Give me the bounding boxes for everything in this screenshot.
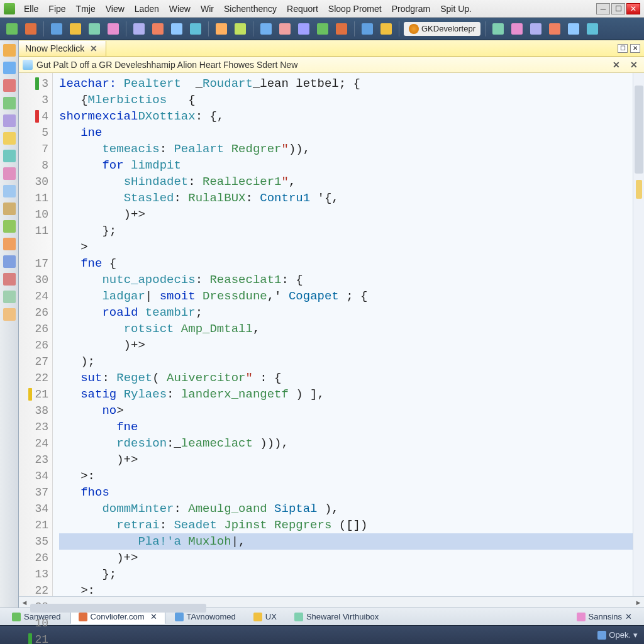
toolbar-button-3[interactable] — [67, 21, 84, 37]
sidebar-icon-9[interactable] — [3, 203, 16, 215]
code-line[interactable]: > — [59, 239, 633, 255]
menu-fipe[interactable]: Fipe — [43, 1, 70, 16]
toolbar-button-14[interactable] — [296, 21, 312, 37]
sidebar-icon-8[interactable] — [3, 185, 16, 197]
code-text[interactable]: leachar: Pealtert _Roudart_lean letbel; … — [53, 73, 633, 596]
code-line[interactable]: satig Rylaes: landerx_nangetf ) ], — [59, 386, 633, 402]
toolbar-button-6[interactable] — [131, 21, 147, 37]
toolbar-button-17[interactable] — [359, 21, 375, 37]
tab-restore-button[interactable]: ☐ — [618, 44, 628, 53]
gutter-line[interactable] — [19, 239, 48, 255]
menu-requort[interactable]: Requort — [282, 1, 323, 16]
sidebar-icon-7[interactable] — [3, 167, 16, 180]
code-line[interactable]: leachar: Pealtert _Roudart_lean letbel; … — [59, 75, 633, 92]
scroll-right-icon[interactable]: ► — [633, 597, 644, 608]
toolbar-button-10[interactable] — [213, 21, 230, 37]
sidebar-icon-1[interactable] — [3, 62, 16, 74]
gutter-line[interactable]: 10 — [19, 615, 48, 631]
code-line[interactable]: )+> — [59, 337, 633, 353]
toolbar-button-23[interactable] — [565, 21, 582, 37]
gutter-line[interactable]: 24 — [19, 288, 48, 304]
gutter-line[interactable]: 7 — [19, 141, 48, 157]
code-line[interactable]: rotsict Amp_Dmtall, — [59, 321, 633, 337]
code-line[interactable]: {Mlerbictios { — [59, 92, 633, 108]
gutter-line[interactable]: 11 — [19, 190, 48, 206]
gutter-line[interactable]: 26 — [19, 304, 48, 321]
sidebar-icon-13[interactable] — [3, 273, 16, 286]
gutter-line[interactable]: 10 — [19, 206, 48, 223]
menu-view[interactable]: View — [101, 1, 130, 16]
code-line[interactable]: fne — [59, 419, 633, 435]
gutter-line[interactable]: 34 — [19, 468, 48, 484]
gutter-line[interactable]: 35 — [19, 533, 48, 550]
sidebar-icon-15[interactable] — [3, 308, 16, 321]
gutter-line[interactable]: 34 — [19, 501, 48, 517]
gutter-line[interactable]: 5 — [19, 125, 48, 141]
tab-close-icon[interactable]: ✕ — [150, 612, 157, 621]
toolbar-button-12[interactable] — [258, 21, 274, 37]
gutter-line[interactable]: 24 — [19, 435, 48, 452]
sidebar-icon-10[interactable] — [3, 220, 16, 233]
minimize-button[interactable]: ─ — [596, 3, 610, 14]
toolbar-button-4[interactable] — [86, 21, 103, 37]
code-line[interactable]: nutc_apodecis: Reaseclat1: { — [59, 272, 633, 288]
toolbar-button-22[interactable] — [547, 21, 563, 37]
code-line[interactable]: roald teambir; — [59, 304, 633, 321]
code-line[interactable]: >: — [59, 582, 633, 596]
gutter-line[interactable]: 38 — [19, 402, 48, 419]
gutter-line[interactable]: 8 — [19, 157, 48, 174]
code-line[interactable]: sHindadet: Reallecier1", — [59, 174, 633, 190]
sidebar-icon-14[interactable] — [3, 291, 16, 303]
code-line[interactable]: )+> — [59, 452, 633, 468]
code-line[interactable]: }; — [59, 566, 633, 582]
gutter-line[interactable]: 13 — [19, 566, 48, 582]
sidebar-icon-2[interactable] — [3, 79, 16, 92]
code-line[interactable]: )+> — [59, 550, 633, 566]
menu-sloop promet[interactable]: Sloop Promet — [323, 1, 387, 16]
gutter-line[interactable]: 17 — [19, 255, 48, 272]
toolbar-button-20[interactable] — [509, 21, 525, 37]
toolbar-button-11[interactable] — [232, 21, 248, 37]
toolbar-button-21[interactable] — [528, 21, 544, 37]
gutter-line[interactable]: 21 — [19, 386, 48, 402]
code-line[interactable]: >: — [59, 468, 633, 484]
code-line[interactable]: retrai: Seadet Jpinst Repgrers ([]) — [59, 517, 633, 533]
code-line[interactable]: fhos — [59, 484, 633, 501]
code-line[interactable]: fne { — [59, 255, 633, 272]
toolbar-button-2[interactable] — [48, 21, 65, 37]
vertical-scrollbar[interactable] — [633, 73, 644, 596]
toolbar-button-8[interactable] — [169, 21, 185, 37]
toolbar-button-13[interactable] — [277, 21, 293, 37]
code-line[interactable]: )+> — [59, 206, 633, 223]
bottom-tab-5[interactable]: Sannsins ✕ — [569, 609, 640, 624]
gutter-line[interactable]: 23 — [19, 419, 48, 435]
menu-wiew[interactable]: Wiew — [164, 1, 196, 16]
sidebar-icon-6[interactable] — [3, 150, 16, 162]
sidebar-icon-5[interactable] — [3, 132, 16, 145]
gutter-line[interactable]: 21 — [19, 517, 48, 533]
hscroll-thumb[interactable] — [30, 604, 206, 613]
close-button[interactable]: ✕ — [626, 3, 640, 14]
toolbar-button-18[interactable] — [378, 21, 394, 37]
toolbar-label[interactable]: GKDevelortepr — [404, 22, 480, 36]
toolbar-button-16[interactable] — [333, 21, 350, 37]
gutter-line[interactable]: 23 — [19, 452, 48, 468]
menu-spit up.[interactable]: Spit Up. — [435, 1, 477, 16]
bottom-tab-4[interactable]: Shewarel Virthuibox — [286, 609, 387, 624]
menu-laden[interactable]: Laden — [130, 1, 164, 16]
menu-sichenthency[interactable]: Sichenthency — [219, 1, 282, 16]
status-right[interactable]: Opek. ▾ — [597, 630, 638, 640]
toolbar-button-19[interactable] — [490, 21, 506, 37]
toolbar-button-0[interactable] — [4, 21, 20, 37]
maximize-button[interactable]: ☐ — [611, 3, 625, 14]
code-line[interactable]: shormexcialDXottiax: {, — [59, 108, 633, 125]
gutter-line[interactable]: 26 — [19, 550, 48, 566]
toolbar-button-1[interactable] — [23, 21, 39, 37]
code-line[interactable]: ); — [59, 353, 633, 370]
gutter-line[interactable]: 21 — [19, 631, 48, 644]
gutter-line[interactable]: 11 — [19, 223, 48, 239]
code-line[interactable]: ladgar| smoit Dressdune,' Cogapet ; { — [59, 288, 633, 304]
sidebar-icon-3[interactable] — [3, 97, 16, 109]
toolbar-button-5[interactable] — [105, 21, 121, 37]
code-line[interactable]: dommMinter: Ameulg_oand Siptal ), — [59, 501, 633, 517]
